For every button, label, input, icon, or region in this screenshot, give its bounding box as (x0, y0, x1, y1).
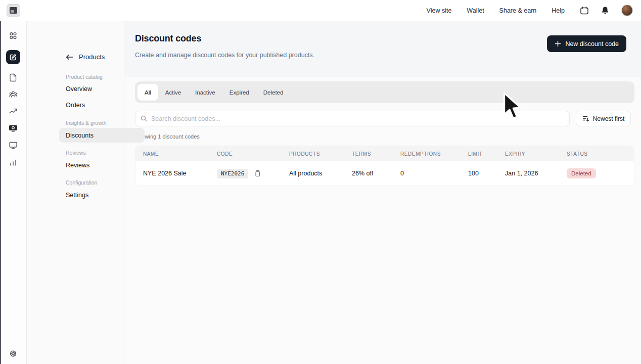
main-content: Discount codes Create and manage discoun… (124, 21, 641, 364)
copy-icon[interactable] (254, 170, 260, 177)
wallet-link[interactable]: Wallet (467, 7, 484, 14)
discount-codes-table: NAME CODE PRODUCTS TERMS REDEMPTIONS LIM… (135, 146, 634, 186)
camera-icon[interactable] (9, 124, 18, 132)
share-earn-link[interactable]: Share & earn (499, 7, 537, 14)
sidebar-item-overview[interactable]: Overview (66, 85, 92, 93)
app-logo[interactable] (7, 4, 20, 17)
sidebar-item-reviews[interactable]: Reviews (66, 162, 89, 169)
sort-icon (582, 115, 589, 122)
cell-status: Deleted (567, 168, 626, 178)
tab-inactive[interactable]: Inactive (188, 84, 222, 101)
topbar-nav: View site Wallet Share & earn Help (427, 7, 565, 14)
new-discount-code-label: New discount code (565, 40, 619, 48)
tab-active[interactable]: Active (158, 84, 188, 101)
tab-deleted[interactable]: Deleted (256, 84, 291, 101)
table-row[interactable]: NYE 2026 Sale NYE2026 All products 26% o… (135, 161, 634, 186)
sort-label: Newest first (593, 115, 625, 122)
topbar: View site Wallet Share & earn Help (0, 0, 641, 21)
status-badge: Deleted (567, 168, 596, 178)
tab-expired[interactable]: Expired (222, 84, 256, 101)
view-site-link[interactable]: View site (427, 7, 452, 14)
avatar[interactable] (621, 5, 633, 16)
page-subtitle: Create and manage discount codes for you… (135, 52, 314, 59)
calendar-icon[interactable] (580, 6, 589, 15)
col-products: PRODUCTS (289, 151, 352, 157)
new-discount-code-button[interactable]: New discount code (547, 35, 626, 52)
table-header-row: NAME CODE PRODUCTS TERMS REDEMPTIONS LIM… (135, 146, 634, 161)
cell-code: NYE2026 (217, 169, 289, 178)
document-icon[interactable] (10, 73, 17, 82)
search-bar (135, 111, 570, 126)
back-to-products[interactable]: Products (66, 53, 105, 61)
cell-terms: 26% off (352, 170, 400, 177)
trending-icon[interactable] (9, 108, 18, 114)
app-logo-image (10, 7, 17, 14)
section-configuration: Configuration (66, 179, 97, 186)
plus-icon (555, 40, 561, 47)
col-code: CODE (217, 151, 289, 157)
results-summary: Showing 1 discount codes (135, 133, 200, 140)
search-input[interactable] (151, 115, 564, 122)
col-redemptions: REDEMPTIONS (400, 151, 468, 157)
help-link[interactable]: Help (552, 7, 565, 14)
sidebar-item-settings[interactable]: Settings (66, 192, 88, 199)
icon-rail (0, 0, 27, 364)
col-limit: LIMIT (468, 151, 505, 157)
analytics-icon[interactable] (10, 159, 17, 166)
sidebar: Products Product catalog Overview Orders… (27, 21, 124, 364)
section-reviews: Reviews (66, 150, 86, 156)
display-icon[interactable] (9, 142, 18, 149)
cell-limit: 100 (468, 170, 505, 177)
section-product-catalog: Product catalog (66, 74, 103, 80)
section-insights-growth: Insights & growth (66, 120, 107, 126)
cell-products: All products (289, 170, 352, 177)
sort-button[interactable]: Newest first (576, 111, 631, 126)
apps-grid-icon[interactable] (9, 31, 18, 40)
col-name: NAME (143, 151, 217, 157)
compose-icon[interactable] (6, 50, 20, 64)
code-chip: NYE2026 (217, 169, 248, 178)
sidebar-item-discounts[interactable]: Discounts (59, 128, 145, 143)
search-icon (141, 115, 147, 122)
col-status: STATUS (567, 151, 626, 157)
status-filter-tabs: All Active Inactive Expired Deleted (135, 81, 634, 103)
tab-all[interactable]: All (138, 84, 158, 101)
cell-name: NYE 2026 Sale (143, 170, 217, 177)
cell-redemptions: 0 (400, 170, 468, 177)
col-terms: TERMS (352, 151, 400, 157)
bell-icon[interactable] (601, 6, 609, 15)
page-title: Discount codes (135, 33, 201, 44)
community-icon[interactable] (9, 90, 18, 98)
rail-divider (0, 345, 27, 345)
cell-expiry: Jan 1, 2026 (505, 170, 567, 177)
back-arrow-icon (66, 54, 73, 60)
sidebar-item-orders[interactable]: Orders (66, 102, 85, 109)
settings-gear-icon[interactable] (10, 350, 17, 357)
col-expiry: EXPIRY (505, 151, 567, 157)
back-label: Products (79, 53, 105, 61)
